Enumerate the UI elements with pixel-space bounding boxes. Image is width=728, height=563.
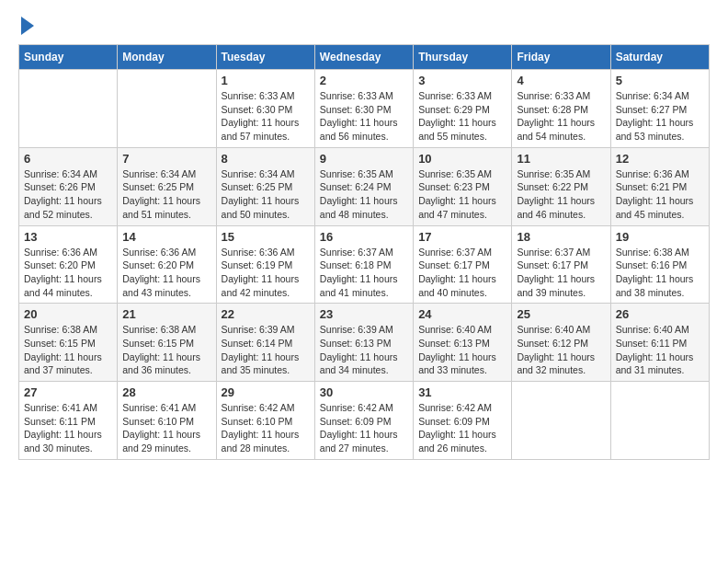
header-thursday: Thursday [414, 45, 512, 70]
day-number: 24 [418, 307, 506, 321]
calendar-cell: 16Sunrise: 6:37 AM Sunset: 6:18 PM Dayli… [314, 225, 413, 304]
day-number: 16 [320, 230, 408, 244]
day-detail: Sunrise: 6:38 AM Sunset: 6:15 PM Dayligh… [122, 323, 210, 377]
day-detail: Sunrise: 6:34 AM Sunset: 6:25 PM Dayligh… [122, 167, 210, 222]
header-monday: Monday [118, 45, 216, 70]
day-detail: Sunrise: 6:41 AM Sunset: 6:11 PM Dayligh… [24, 401, 112, 455]
calendar-cell [118, 70, 216, 148]
calendar-cell: 13Sunrise: 6:36 AM Sunset: 6:20 PM Dayli… [19, 225, 118, 304]
calendar-cell [512, 382, 610, 460]
calendar-cell: 29Sunrise: 6:42 AM Sunset: 6:10 PM Dayli… [216, 382, 314, 460]
calendar-cell: 1Sunrise: 6:33 AM Sunset: 6:30 PM Daylig… [216, 70, 314, 148]
calendar-week-1: 1Sunrise: 6:33 AM Sunset: 6:30 PM Daylig… [19, 70, 710, 148]
calendar-cell: 10Sunrise: 6:35 AM Sunset: 6:23 PM Dayli… [414, 147, 512, 225]
calendar-cell: 31Sunrise: 6:42 AM Sunset: 6:09 PM Dayli… [414, 382, 512, 460]
header-tuesday: Tuesday [216, 45, 314, 70]
day-detail: Sunrise: 6:37 AM Sunset: 6:18 PM Dayligh… [320, 246, 408, 300]
day-number: 12 [616, 152, 704, 166]
calendar-cell: 7Sunrise: 6:34 AM Sunset: 6:25 PM Daylig… [118, 147, 216, 225]
calendar-cell: 17Sunrise: 6:37 AM Sunset: 6:17 PM Dayli… [414, 225, 512, 304]
calendar-cell: 21Sunrise: 6:38 AM Sunset: 6:15 PM Dayli… [118, 304, 216, 382]
day-number: 25 [517, 307, 605, 321]
calendar-cell: 20Sunrise: 6:38 AM Sunset: 6:15 PM Dayli… [19, 304, 118, 382]
day-number: 29 [222, 385, 310, 399]
header-sunday: Sunday [19, 45, 118, 70]
calendar-cell: 8Sunrise: 6:34 AM Sunset: 6:25 PM Daylig… [216, 147, 314, 225]
calendar-week-5: 27Sunrise: 6:41 AM Sunset: 6:11 PM Dayli… [19, 382, 710, 460]
day-detail: Sunrise: 6:38 AM Sunset: 6:15 PM Dayligh… [24, 323, 112, 377]
day-detail: Sunrise: 6:42 AM Sunset: 6:10 PM Dayligh… [222, 401, 310, 455]
logo-arrow-icon [21, 17, 34, 35]
day-number: 7 [122, 152, 210, 166]
day-detail: Sunrise: 6:33 AM Sunset: 6:30 PM Dayligh… [222, 89, 310, 144]
day-number: 28 [122, 385, 210, 399]
day-detail: Sunrise: 6:35 AM Sunset: 6:22 PM Dayligh… [517, 167, 605, 222]
day-detail: Sunrise: 6:39 AM Sunset: 6:13 PM Dayligh… [320, 323, 408, 377]
day-number: 3 [418, 74, 506, 87]
calendar-week-4: 20Sunrise: 6:38 AM Sunset: 6:15 PM Dayli… [19, 304, 710, 382]
calendar-table: SundayMondayTuesdayWednesdayThursdayFrid… [18, 44, 710, 460]
day-number: 23 [320, 307, 408, 321]
calendar-cell: 2Sunrise: 6:33 AM Sunset: 6:30 PM Daylig… [314, 70, 413, 148]
day-number: 21 [122, 307, 210, 321]
calendar-cell: 15Sunrise: 6:36 AM Sunset: 6:19 PM Dayli… [216, 225, 314, 304]
calendar-cell [19, 70, 118, 148]
day-number: 17 [418, 230, 506, 244]
header-saturday: Saturday [610, 45, 709, 70]
day-detail: Sunrise: 6:37 AM Sunset: 6:17 PM Dayligh… [418, 246, 506, 300]
day-detail: Sunrise: 6:40 AM Sunset: 6:13 PM Dayligh… [418, 323, 506, 377]
day-number: 2 [320, 74, 408, 87]
logo [18, 18, 34, 35]
day-number: 1 [222, 74, 310, 87]
calendar-cell: 28Sunrise: 6:41 AM Sunset: 6:10 PM Dayli… [118, 382, 216, 460]
day-number: 15 [222, 230, 310, 244]
day-detail: Sunrise: 6:40 AM Sunset: 6:12 PM Dayligh… [517, 323, 605, 377]
day-number: 30 [320, 385, 408, 399]
day-detail: Sunrise: 6:39 AM Sunset: 6:14 PM Dayligh… [222, 323, 310, 377]
day-number: 22 [222, 307, 310, 321]
calendar-cell [610, 382, 709, 460]
calendar-cell: 3Sunrise: 6:33 AM Sunset: 6:29 PM Daylig… [414, 70, 512, 148]
calendar-cell: 12Sunrise: 6:36 AM Sunset: 6:21 PM Dayli… [610, 147, 709, 225]
calendar-cell: 26Sunrise: 6:40 AM Sunset: 6:11 PM Dayli… [610, 304, 709, 382]
calendar-cell: 18Sunrise: 6:37 AM Sunset: 6:17 PM Dayli… [512, 225, 610, 304]
calendar-cell: 14Sunrise: 6:36 AM Sunset: 6:20 PM Dayli… [118, 225, 216, 304]
day-number: 8 [222, 152, 310, 166]
day-detail: Sunrise: 6:38 AM Sunset: 6:16 PM Dayligh… [616, 246, 704, 300]
day-detail: Sunrise: 6:33 AM Sunset: 6:29 PM Dayligh… [418, 89, 506, 144]
day-detail: Sunrise: 6:37 AM Sunset: 6:17 PM Dayligh… [517, 246, 605, 300]
calendar-cell: 27Sunrise: 6:41 AM Sunset: 6:11 PM Dayli… [19, 382, 118, 460]
calendar-cell: 19Sunrise: 6:38 AM Sunset: 6:16 PM Dayli… [610, 225, 709, 304]
day-number: 6 [24, 152, 112, 166]
day-detail: Sunrise: 6:34 AM Sunset: 6:26 PM Dayligh… [24, 167, 112, 222]
day-detail: Sunrise: 6:36 AM Sunset: 6:21 PM Dayligh… [616, 167, 704, 222]
day-detail: Sunrise: 6:41 AM Sunset: 6:10 PM Dayligh… [122, 401, 210, 455]
day-detail: Sunrise: 6:36 AM Sunset: 6:20 PM Dayligh… [122, 246, 210, 300]
calendar-cell: 11Sunrise: 6:35 AM Sunset: 6:22 PM Dayli… [512, 147, 610, 225]
day-number: 5 [616, 74, 704, 87]
calendar-cell: 5Sunrise: 6:34 AM Sunset: 6:27 PM Daylig… [610, 70, 709, 148]
calendar-cell: 4Sunrise: 6:33 AM Sunset: 6:28 PM Daylig… [512, 70, 610, 148]
day-number: 9 [320, 152, 408, 166]
day-number: 31 [418, 385, 506, 399]
day-number: 20 [24, 307, 112, 321]
calendar-cell: 24Sunrise: 6:40 AM Sunset: 6:13 PM Dayli… [414, 304, 512, 382]
day-detail: Sunrise: 6:42 AM Sunset: 6:09 PM Dayligh… [320, 401, 408, 455]
day-detail: Sunrise: 6:40 AM Sunset: 6:11 PM Dayligh… [616, 323, 704, 377]
calendar-header-row: SundayMondayTuesdayWednesdayThursdayFrid… [19, 45, 710, 70]
day-detail: Sunrise: 6:36 AM Sunset: 6:20 PM Dayligh… [24, 246, 112, 300]
day-detail: Sunrise: 6:42 AM Sunset: 6:09 PM Dayligh… [418, 401, 506, 455]
calendar-cell: 30Sunrise: 6:42 AM Sunset: 6:09 PM Dayli… [314, 382, 413, 460]
day-number: 18 [517, 230, 605, 244]
calendar-week-3: 13Sunrise: 6:36 AM Sunset: 6:20 PM Dayli… [19, 225, 710, 304]
header-friday: Friday [512, 45, 610, 70]
day-number: 26 [616, 307, 704, 321]
day-detail: Sunrise: 6:34 AM Sunset: 6:25 PM Dayligh… [222, 167, 310, 222]
day-number: 14 [122, 230, 210, 244]
day-detail: Sunrise: 6:33 AM Sunset: 6:30 PM Dayligh… [320, 89, 408, 144]
day-detail: Sunrise: 6:35 AM Sunset: 6:24 PM Dayligh… [320, 167, 408, 222]
day-number: 10 [418, 152, 506, 166]
day-number: 19 [616, 230, 704, 244]
calendar-cell: 6Sunrise: 6:34 AM Sunset: 6:26 PM Daylig… [19, 147, 118, 225]
day-number: 27 [24, 385, 112, 399]
